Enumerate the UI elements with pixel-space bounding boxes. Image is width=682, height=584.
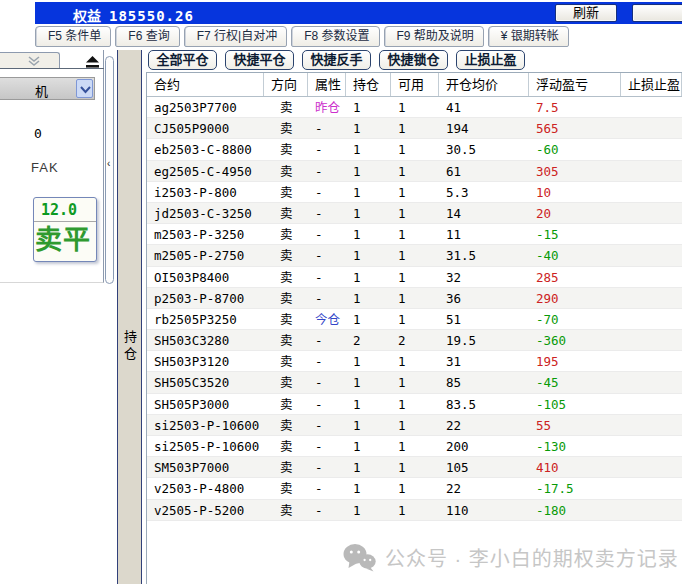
column-header[interactable]: 止损止盈: [621, 73, 682, 96]
cell-stop-loss: [621, 372, 682, 392]
cell-available: 1: [391, 224, 439, 244]
cell-avg-price: 30.5: [439, 139, 529, 159]
column-header[interactable]: 浮动盈亏: [529, 73, 621, 96]
cell-avg-price: 83.5: [439, 394, 529, 414]
table-row[interactable]: i2503-P-800卖-115.310: [147, 182, 682, 203]
cell-available: 1: [391, 478, 439, 498]
cell-position: 1: [346, 415, 391, 435]
column-header[interactable]: 持仓: [346, 73, 391, 96]
column-header[interactable]: 方向: [264, 73, 308, 96]
panel-splitter[interactable]: ‹: [105, 56, 114, 284]
cell-avg-price: 22: [439, 415, 529, 435]
cell-direction: 卖: [264, 351, 308, 371]
clipped-button[interactable]: [632, 4, 682, 22]
table-row[interactable]: m2503-P-3250卖-1111-15: [147, 224, 682, 245]
cell-position: 1: [346, 118, 391, 138]
column-header[interactable]: 开仓均价: [439, 73, 529, 96]
cell-direction: 卖: [264, 394, 308, 414]
menu-tab[interactable]: F6 查询: [115, 26, 179, 47]
table-row[interactable]: eg2505-C-4950卖-1161305: [147, 161, 682, 182]
cell-stop-loss: [621, 351, 682, 371]
cell-available: 1: [391, 415, 439, 435]
cell-floating-pnl: -17.5: [529, 478, 621, 498]
table-row[interactable]: si2503-P-10600卖-112255: [147, 415, 682, 436]
menu-tab[interactable]: F5 条件单: [35, 26, 111, 47]
table-row[interactable]: ag2503P7700卖昨仓11417.5: [147, 97, 682, 118]
table-row[interactable]: OI503P8400卖-1132285: [147, 267, 682, 288]
cell-attribute: -: [308, 415, 346, 435]
cell-position: 1: [346, 267, 391, 287]
tab-positions[interactable]: 持仓: [120, 330, 139, 364]
table-row[interactable]: jd2503-C-3250卖-111420: [147, 203, 682, 224]
refresh-button[interactable]: 刷新: [555, 4, 617, 22]
sell-close-button[interactable]: 12.0 卖平: [33, 197, 97, 262]
table-row[interactable]: si2505-P-10600卖-11200-130: [147, 436, 682, 457]
table-row[interactable]: m2505-P-2750卖-1131.5-40: [147, 245, 682, 266]
table-row[interactable]: SM503P7000卖-11105410: [147, 457, 682, 478]
cell-position: 1: [346, 224, 391, 244]
cell-attribute: -: [308, 224, 346, 244]
table-row[interactable]: p2503-P-8700卖-1136290: [147, 288, 682, 309]
table-row[interactable]: v2503-P-4800卖-1122-17.5: [147, 478, 682, 499]
toolbar-button[interactable]: 快捷锁仓: [379, 50, 448, 70]
column-header[interactable]: 属性: [308, 73, 346, 96]
table-row[interactable]: v2505-P-5200卖-11110-180: [147, 500, 682, 521]
cell-position: 1: [346, 394, 391, 414]
eject-icon[interactable]: [86, 54, 99, 66]
column-header[interactable]: 合约: [147, 73, 264, 96]
equity-label: 权益: [73, 8, 101, 24]
cell-avg-price: 11: [439, 224, 529, 244]
cell-stop-loss: [621, 203, 682, 223]
table-row[interactable]: eb2503-C-8800卖-1130.5-60: [147, 139, 682, 160]
menu-tab[interactable]: F9 帮助及说明: [384, 26, 484, 47]
table-row[interactable]: CJ505P9000卖-11194565: [147, 118, 682, 139]
cell-contract: m2503-P-3250: [147, 224, 264, 244]
column-header[interactable]: 可用: [391, 73, 439, 96]
cell-contract: OI503P8400: [147, 267, 264, 287]
watermark-text: 公众号 · 李小白的期权卖方记录: [385, 543, 679, 572]
menu-bar: F5 条件单F6 查询F7 行权|自对冲F8 参数设置F9 帮助及说明¥ 银期转…: [35, 26, 569, 48]
cell-position: 2: [346, 330, 391, 350]
cell-direction: 卖: [264, 457, 308, 477]
cell-contract: p2503-P-8700: [147, 288, 264, 308]
menu-tab[interactable]: F7 行权|自对冲: [184, 26, 287, 47]
cell-contract: m2505-P-2750: [147, 245, 264, 265]
cell-available: 1: [391, 351, 439, 371]
toolbar-button[interactable]: 全部平仓: [148, 50, 217, 70]
table-row[interactable]: SH505C3520卖-1185-45: [147, 372, 682, 393]
cell-attribute: -: [308, 500, 346, 520]
account-combobox[interactable]: 机: [0, 77, 95, 100]
toolbar-button[interactable]: 止损止盈: [456, 50, 525, 70]
cell-contract: jd2503-C-3250: [147, 203, 264, 223]
cell-direction: 卖: [264, 118, 308, 138]
cell-direction: 卖: [264, 372, 308, 392]
cell-contract: SM503P7000: [147, 457, 264, 477]
table-row[interactable]: SH505P3000卖-1183.5-105: [147, 394, 682, 415]
cell-position: 1: [346, 372, 391, 392]
double-chevron-down-icon: [27, 56, 41, 67]
cell-position: 1: [346, 457, 391, 477]
menu-tab[interactable]: ¥ 银期转帐: [488, 26, 569, 47]
cell-avg-price: 200: [439, 436, 529, 456]
cell-contract: rb2505P3250: [147, 309, 264, 329]
toolbar-button[interactable]: 快捷平仓: [225, 50, 294, 70]
table-row[interactable]: rb2505P3250卖今仓1151-70: [147, 309, 682, 330]
toolbar-button[interactable]: 快捷反手: [302, 50, 371, 70]
cell-attribute: -: [308, 288, 346, 308]
table-row[interactable]: SH503P3120卖-1131195: [147, 351, 682, 372]
cell-avg-price: 110: [439, 500, 529, 520]
cell-stop-loss: [621, 500, 682, 520]
cell-position: 1: [346, 436, 391, 456]
fak-label: FAK: [31, 160, 59, 175]
cell-available: 1: [391, 372, 439, 392]
cell-direction: 卖: [264, 245, 308, 265]
cell-attribute: -: [308, 139, 346, 159]
cell-direction: 卖: [264, 182, 308, 202]
collapse-tab[interactable]: [0, 52, 60, 69]
chevron-down-icon[interactable]: [76, 79, 93, 98]
cell-position: 1: [346, 288, 391, 308]
table-row[interactable]: SH503C3280卖-2219.5-360: [147, 330, 682, 351]
menu-tab[interactable]: F8 参数设置: [291, 26, 379, 47]
cell-avg-price: 31.5: [439, 245, 529, 265]
cell-direction: 卖: [264, 415, 308, 435]
